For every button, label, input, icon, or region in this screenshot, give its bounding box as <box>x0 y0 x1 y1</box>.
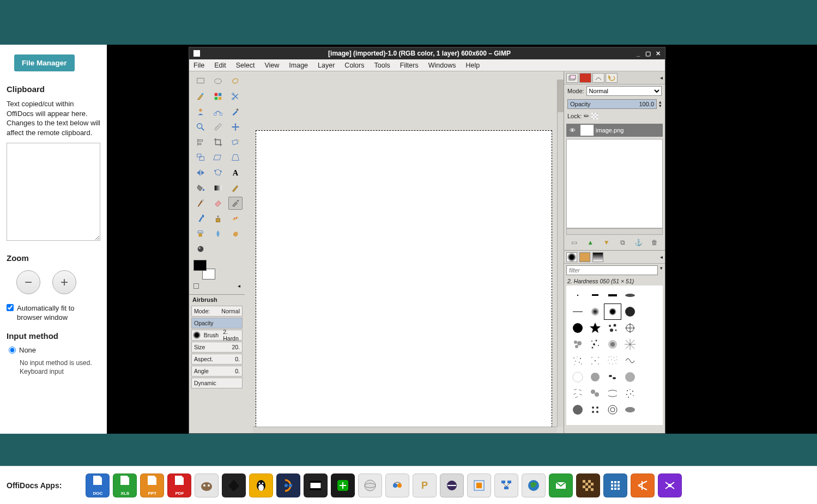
duplicate-layer-icon[interactable]: ⧉ <box>618 238 627 247</box>
app-audio2[interactable] <box>385 473 409 497</box>
perspective-clone-tool[interactable] <box>193 227 208 240</box>
app-doc[interactable]: DOC <box>86 473 110 497</box>
brush-item[interactable] <box>604 320 621 336</box>
brush-item[interactable] <box>570 304 586 319</box>
shear-tool[interactable] <box>211 151 225 164</box>
brush-item[interactable] <box>622 402 638 417</box>
new-layer-icon[interactable]: ▭ <box>570 238 579 247</box>
fg-bg-colors[interactable] <box>193 260 215 280</box>
paths-tab-icon[interactable] <box>592 73 604 83</box>
menu-windows[interactable]: Windows <box>428 62 456 69</box>
brush-item[interactable] <box>570 337 586 352</box>
app-audio[interactable] <box>276 473 300 497</box>
brush-item[interactable] <box>570 288 586 303</box>
dynamic-label[interactable]: Dynamic <box>192 380 242 386</box>
patterns-tab-icon[interactable] <box>579 252 590 262</box>
anchor-layer-icon[interactable]: ⚓ <box>634 238 643 247</box>
paintbrush-tool[interactable] <box>193 197 208 210</box>
brush-item[interactable] <box>570 402 586 417</box>
blur-tool[interactable] <box>211 227 225 240</box>
brush-item-selected[interactable] <box>604 304 621 319</box>
brush-item[interactable] <box>622 386 638 401</box>
heal-tool[interactable] <box>228 212 243 225</box>
filter-dropdown-icon[interactable]: ▾ <box>660 265 663 275</box>
layers-list-empty[interactable] <box>566 139 663 228</box>
size-value[interactable]: 20. <box>229 344 242 350</box>
gradients-tab-icon[interactable] <box>592 252 603 262</box>
layer-visibility-icon[interactable]: 👁 <box>566 127 578 133</box>
layers-scrollbar[interactable] <box>566 228 663 235</box>
app-vid3[interactable] <box>658 473 682 497</box>
rotate-tool[interactable] <box>228 136 243 149</box>
zoom-out-button[interactable]: − <box>16 270 40 294</box>
brush-item[interactable] <box>587 402 603 417</box>
perspective-tool[interactable] <box>228 151 243 164</box>
menu-file[interactable]: File <box>193 62 204 69</box>
brush-item[interactable] <box>622 320 638 336</box>
brush-item[interactable] <box>622 337 638 352</box>
maximize-button[interactable]: ▢ <box>644 50 652 57</box>
brush-item[interactable] <box>639 386 656 401</box>
brush-item[interactable] <box>587 369 603 385</box>
zoom-tool[interactable] <box>193 120 208 133</box>
dodge-tool[interactable] <box>193 242 208 256</box>
layer-mode-select[interactable]: Normal <box>586 86 662 96</box>
text-tool[interactable]: A <box>228 166 243 179</box>
airbrush-tool[interactable] <box>228 197 243 210</box>
autofit-checkbox[interactable] <box>7 304 14 311</box>
brush-item[interactable] <box>604 386 621 401</box>
brush-item[interactable] <box>639 337 656 352</box>
vertical-scrollbar[interactable] <box>557 80 564 427</box>
brush-item[interactable] <box>622 353 638 368</box>
dock-menu-icon[interactable]: ◂ <box>660 75 663 81</box>
input-none-radio[interactable] <box>9 347 16 354</box>
lock-alpha-icon[interactable] <box>591 113 598 119</box>
flip-tool[interactable] <box>193 166 208 179</box>
brush-preview-icon[interactable] <box>193 331 201 339</box>
app-pdf[interactable]: PDF <box>167 473 191 497</box>
lasso-tool[interactable] <box>228 75 243 88</box>
blend-tool[interactable] <box>211 181 225 195</box>
menu-tools[interactable]: Tools <box>374 62 390 69</box>
brush-item[interactable] <box>639 288 656 303</box>
menu-view[interactable]: View <box>264 62 279 69</box>
eraser-tool[interactable] <box>211 197 225 210</box>
app-mail[interactable] <box>549 473 573 497</box>
measure-tool[interactable] <box>211 120 225 133</box>
layer-item[interactable]: 👁 image.png <box>566 124 663 137</box>
app-globe[interactable] <box>358 473 382 497</box>
menu-colors[interactable]: Colors <box>344 62 364 69</box>
app-sweet[interactable] <box>467 473 491 497</box>
close-button[interactable]: ✕ <box>654 50 662 57</box>
rect-select-tool[interactable] <box>193 75 208 88</box>
brush-item[interactable] <box>587 386 603 401</box>
brush-item[interactable] <box>639 320 656 336</box>
brush-item[interactable] <box>587 304 603 319</box>
paths-tool[interactable] <box>211 105 225 118</box>
brush-item[interactable] <box>639 402 656 417</box>
channels-tab-icon[interactable] <box>579 73 591 83</box>
mode-value[interactable]: Normal <box>219 308 242 314</box>
app-gimp[interactable] <box>195 473 219 497</box>
brush-item[interactable] <box>604 337 621 352</box>
horizontal-scrollbar[interactable] <box>253 427 557 433</box>
menu-filters[interactable]: Filters <box>400 62 419 69</box>
brush-item[interactable] <box>587 288 603 303</box>
brush-item[interactable] <box>587 353 603 368</box>
tool-options-tab-icon[interactable] <box>193 283 199 289</box>
app-tux[interactable] <box>249 473 273 497</box>
brush-item[interactable] <box>639 353 656 368</box>
app-vid2[interactable] <box>631 473 655 497</box>
menu-layer[interactable]: Layer <box>318 62 335 69</box>
color-picker-tool[interactable] <box>228 105 243 118</box>
ellipse-select-tool[interactable] <box>211 75 225 88</box>
opacity-label[interactable]: Opacity <box>192 320 242 326</box>
menu-edit[interactable]: Edit <box>214 62 226 69</box>
aspect-value[interactable]: 0. <box>233 356 242 362</box>
crop-tool[interactable] <box>211 136 225 149</box>
brush-item[interactable] <box>570 353 586 368</box>
opacity-spinner[interactable]: ▴▾ <box>659 100 662 108</box>
raise-layer-icon[interactable]: ▲ <box>586 238 595 247</box>
brush-item[interactable] <box>622 288 638 303</box>
brushes-tab-icon[interactable] <box>566 252 577 262</box>
